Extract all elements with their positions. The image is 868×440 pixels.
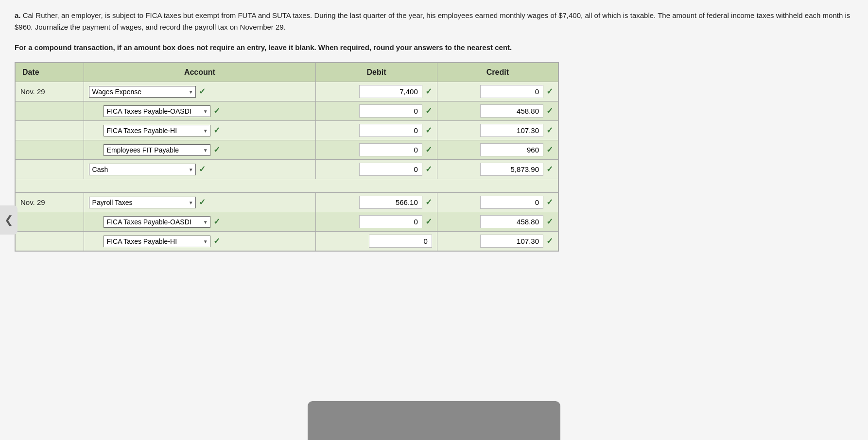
account-check-icon: ✓ [199,164,206,174]
account-check-icon: ✓ [199,86,206,97]
credit-cell: ✓ [437,82,558,102]
credit-input[interactable] [480,124,543,137]
debit-check-icon: ✓ [425,197,432,207]
debit-check-icon: ✓ [425,125,432,135]
account-select[interactable]: Employees FIT Payable [104,144,210,156]
debit-cell: ✓ [316,193,437,212]
date-cell [15,102,84,121]
credit-check-icon: ✓ [546,236,553,246]
account-check-icon: ✓ [213,145,220,155]
account-select[interactable]: FICA Taxes Payable-OASDI [104,105,210,117]
account-cell: Employees FIT Payable✓ [84,140,316,160]
account-check-icon: ✓ [213,236,220,246]
credit-check-icon: ✓ [546,164,553,174]
debit-input[interactable] [359,143,422,156]
part-label: a. [15,11,21,19]
debit-input[interactable] [359,104,422,118]
account-check-icon: ✓ [213,125,220,135]
left-nav-arrow[interactable]: ❮ [0,205,17,235]
account-cell: FICA Taxes Payable-HI✓ [84,232,316,252]
credit-input[interactable] [480,104,543,118]
credit-cell: ✓ [437,193,558,212]
header-account: Account [84,63,316,82]
debit-cell: ✓ [316,102,437,121]
journal-table: Date Account Debit Credit Nov. 29Wages E… [15,62,559,252]
debit-input[interactable] [369,235,432,248]
credit-cell: ✓ [437,140,558,160]
account-cell: Payroll Taxes✓ [84,193,316,212]
debit-cell: ✓ [316,160,437,179]
credit-check-icon: ✓ [546,125,553,135]
credit-input[interactable] [480,163,543,176]
credit-check-icon: ✓ [546,217,553,227]
debit-input[interactable] [359,163,422,176]
account-select[interactable]: Cash [89,164,196,175]
credit-cell: ✓ [437,212,558,232]
debit-check-icon: ✓ [425,217,432,227]
date-cell [15,232,84,252]
account-check-icon: ✓ [199,197,206,207]
debit-cell: ✓ [316,82,437,102]
debit-input[interactable] [359,124,422,137]
account-cell: Cash✓ [84,160,316,179]
debit-check-icon: ✓ [425,145,432,155]
date-cell [15,121,84,140]
credit-cell: ✓ [437,160,558,179]
account-select[interactable]: FICA Taxes Payable-OASDI [104,216,210,228]
account-check-icon: ✓ [213,217,220,227]
account-select[interactable]: FICA Taxes Payable-HI [104,125,210,136]
date-cell: Nov. 29 [15,193,84,212]
credit-check-icon: ✓ [546,106,553,116]
account-cell: FICA Taxes Payable-HI✓ [84,121,316,140]
account-cell: Wages Expense✓ [84,82,316,102]
debit-check-icon: ✓ [425,106,432,116]
chevron-left-icon: ❮ [4,214,13,226]
credit-input[interactable] [480,196,543,209]
credit-check-icon: ✓ [546,197,553,207]
credit-cell: ✓ [437,121,558,140]
problem-text: a. Cal Ruther, an employer, is subject t… [15,10,853,33]
credit-input[interactable] [480,143,543,156]
date-cell [15,160,84,179]
account-select[interactable]: Wages Expense [89,86,196,98]
debit-cell: ✓ [316,212,437,232]
debit-input[interactable] [359,215,422,228]
header-date: Date [15,63,84,82]
credit-check-icon: ✓ [546,86,553,97]
header-credit: Credit [437,63,558,82]
account-cell: FICA Taxes Payable-OASDI✓ [84,102,316,121]
credit-input[interactable] [480,215,543,228]
date-cell [15,140,84,160]
problem-body: Cal Ruther, an employer, is subject to F… [15,11,850,31]
debit-cell: ✓ [316,140,437,160]
credit-cell: ✓ [437,102,558,121]
instruction-text: For a compound transaction, if an amount… [15,42,853,53]
account-select[interactable]: Payroll Taxes [89,197,196,208]
credit-input[interactable] [480,235,543,248]
debit-check-icon: ✓ [425,86,432,97]
credit-cell: ✓ [437,232,558,252]
account-select[interactable]: FICA Taxes Payable-HI [104,236,210,247]
debit-check-icon: ✓ [425,164,432,174]
debit-cell: ✓ [316,121,437,140]
credit-check-icon: ✓ [546,145,553,155]
debit-cell [316,232,437,252]
credit-input[interactable] [480,85,543,98]
debit-input[interactable] [359,196,422,209]
header-debit: Debit [316,63,437,82]
debit-input[interactable] [359,85,422,98]
date-cell: Nov. 29 [15,82,84,102]
date-cell [15,212,84,232]
account-cell: FICA Taxes Payable-OASDI✓ [84,212,316,232]
account-check-icon: ✓ [213,106,220,116]
